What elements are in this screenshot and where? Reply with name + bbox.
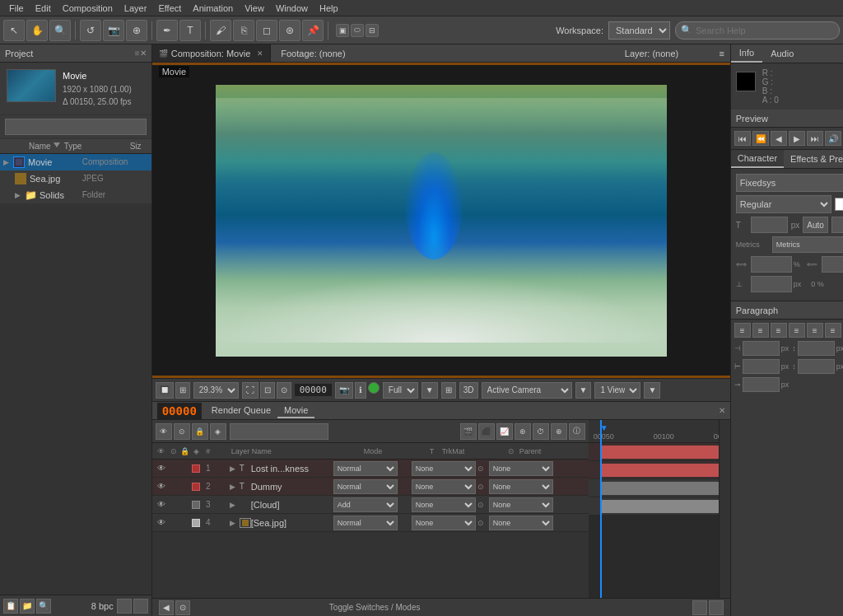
indent-right-input[interactable]: 0 <box>743 359 780 374</box>
tab-audio[interactable]: Audio <box>762 44 802 63</box>
pen-tool[interactable]: ✒ <box>156 20 178 41</box>
vis-2[interactable]: 👁 <box>156 482 167 491</box>
clone-tool[interactable]: ⎘ <box>233 20 254 41</box>
hand-tool[interactable]: ✋ <box>26 20 48 41</box>
justify-center-btn[interactable]: ≡ <box>807 323 823 338</box>
status-icon-2[interactable]: ⊙ <box>175 600 190 615</box>
expand-layer-1[interactable]: ▶ <box>230 464 238 473</box>
align-right-btn[interactable]: ≡ <box>771 323 787 338</box>
align-left-btn[interactable]: ≡ <box>734 323 751 338</box>
tl-tab-movie[interactable]: Movie <box>277 404 314 418</box>
workspace-select[interactable]: Standard <box>608 21 670 40</box>
view-select[interactable]: 1 View <box>594 382 640 399</box>
space-before-input[interactable]: 0 <box>798 341 835 356</box>
mode-select-3[interactable]: Add <box>333 497 398 512</box>
menu-edit[interactable]: Edit <box>30 2 57 15</box>
mask-btn[interactable]: ⊙ <box>277 382 291 399</box>
color-depth-btn[interactable] <box>117 599 132 614</box>
pv-audio-btn[interactable]: 🔊 <box>825 131 841 146</box>
size-input[interactable]: 60 <box>751 217 788 233</box>
tl-scrollbar-v[interactable] <box>719 420 730 598</box>
mode-select-4[interactable]: Normal <box>333 516 398 530</box>
view-down-btn[interactable]: ▼ <box>644 382 660 399</box>
grid-btn[interactable]: ⊞ <box>175 382 190 399</box>
trkmat-select-1[interactable]: None <box>412 461 476 476</box>
delete-btn[interactable] <box>133 599 148 614</box>
pv-next-btn[interactable]: ⏭ <box>807 131 823 146</box>
layer-row-2[interactable]: 👁 2 ▶ T Dummy Normal <box>152 478 589 496</box>
tl-label-btn[interactable]: ◈ <box>210 423 226 440</box>
shape-ellipse-tool[interactable]: ⬭ <box>351 24 364 37</box>
menu-layer[interactable]: Layer <box>119 2 153 15</box>
eraser-tool[interactable]: ◻ <box>256 20 277 41</box>
indent-left-input[interactable]: 0 <box>743 341 780 356</box>
expand-layer-3[interactable]: ▶ <box>230 501 238 509</box>
file-row-sea[interactable]: Sea.jpg JPEG <box>0 170 151 187</box>
3d-btn[interactable]: 3D <box>459 382 478 399</box>
viewer-extra-btn[interactable]: ⊞ <box>441 382 456 399</box>
pv-play-btn[interactable]: ▶ <box>789 131 805 146</box>
menu-view[interactable]: View <box>239 2 270 15</box>
menu-file[interactable]: File <box>3 2 30 15</box>
align-tool[interactable]: ⊟ <box>366 24 379 37</box>
mode-select-1[interactable]: Normal <box>333 461 398 476</box>
pv-back-btn[interactable]: ◀ <box>771 131 787 146</box>
parent-select-4[interactable]: None <box>489 516 553 530</box>
tl-comp-btn[interactable]: 🎬 <box>460 423 477 440</box>
layer-row-3[interactable]: 👁 3 ▶ [Cloud] Add <box>152 496 589 514</box>
camera-select[interactable]: Active Camera <box>482 382 572 399</box>
scale-v-input[interactable]: 100 <box>822 256 843 273</box>
file-row-solids[interactable]: ▶ 📁 Solids Folder <box>0 187 151 203</box>
scale-h-input[interactable]: 100 <box>751 256 792 273</box>
search-input[interactable] <box>696 26 819 35</box>
font-select[interactable]: Fixedsys <box>736 174 843 192</box>
menu-help[interactable]: Help <box>314 2 344 15</box>
tl-clock-btn[interactable]: ⏱ <box>533 423 549 440</box>
tl-eye-btn[interactable]: 👁 <box>156 423 172 440</box>
parent-select-2[interactable]: None <box>489 479 553 494</box>
menu-animation[interactable]: Animation <box>187 2 239 15</box>
trkmat-select-2[interactable]: None <box>412 479 476 494</box>
tl-search-input[interactable] <box>230 423 328 440</box>
bar-1[interactable] <box>600 446 730 459</box>
expand-layer-4[interactable]: ▶ <box>230 519 238 527</box>
baseline-input[interactable]: 0 <box>751 276 792 292</box>
zoom-tool[interactable]: 🔍 <box>49 20 71 41</box>
status-icon-1[interactable]: ◀ <box>159 600 174 615</box>
comp-tab-close[interactable]: ✕ <box>257 49 263 58</box>
quality-select[interactable]: Full <box>383 382 418 399</box>
menu-effect[interactable]: Effect <box>152 2 187 15</box>
tl-tab-render[interactable]: Render Queue <box>205 404 277 418</box>
camera-tool[interactable]: 📷 <box>103 20 124 41</box>
viewer-color-btn[interactable] <box>368 382 380 394</box>
camera-down-btn[interactable]: ▼ <box>575 382 592 399</box>
justify-right-btn[interactable]: ≡ <box>825 323 841 338</box>
tl-graph-btn[interactable]: 📈 <box>496 423 513 440</box>
shape-rect-tool[interactable]: ▣ <box>336 24 349 37</box>
status-nav-1[interactable] <box>692 600 707 615</box>
bar-2[interactable] <box>600 464 730 477</box>
tab-character[interactable]: Character <box>731 150 784 168</box>
text-tool[interactable]: T <box>179 20 201 41</box>
layer-row-1[interactable]: 👁 1 ▶ T Lost in...kness Normal <box>152 460 589 478</box>
stroke-color-btn[interactable] <box>835 198 843 211</box>
tl-flow-btn[interactable]: ⊛ <box>515 423 531 440</box>
project-panel-close[interactable]: ✕ <box>140 49 147 58</box>
tl-header-close[interactable]: ✕ <box>719 406 725 415</box>
mode-select-2[interactable]: Normal <box>333 479 398 494</box>
tab-info[interactable]: Info <box>731 44 762 63</box>
expand-movie[interactable]: ▶ <box>3 158 12 166</box>
trkmat-select-3[interactable]: None <box>412 497 476 512</box>
pv-first-btn[interactable]: ⏮ <box>734 131 751 146</box>
folder-btn[interactable]: 📁 <box>20 599 35 614</box>
menu-window[interactable]: Window <box>270 2 314 15</box>
pin-tool[interactable]: 📌 <box>302 20 324 41</box>
auto-kern-btn[interactable]: Auto <box>803 217 828 233</box>
style-select[interactable]: Regular <box>736 195 831 213</box>
indent-first-input[interactable]: 0 <box>743 377 780 392</box>
tl-info-btn[interactable]: ⓘ <box>569 423 585 440</box>
viewer-info-btn[interactable]: ℹ <box>355 382 366 399</box>
menu-composition[interactable]: Composition <box>57 2 119 15</box>
orbit-tool[interactable]: ⊕ <box>126 20 147 41</box>
snap-btn[interactable]: 🔲 <box>156 382 174 399</box>
